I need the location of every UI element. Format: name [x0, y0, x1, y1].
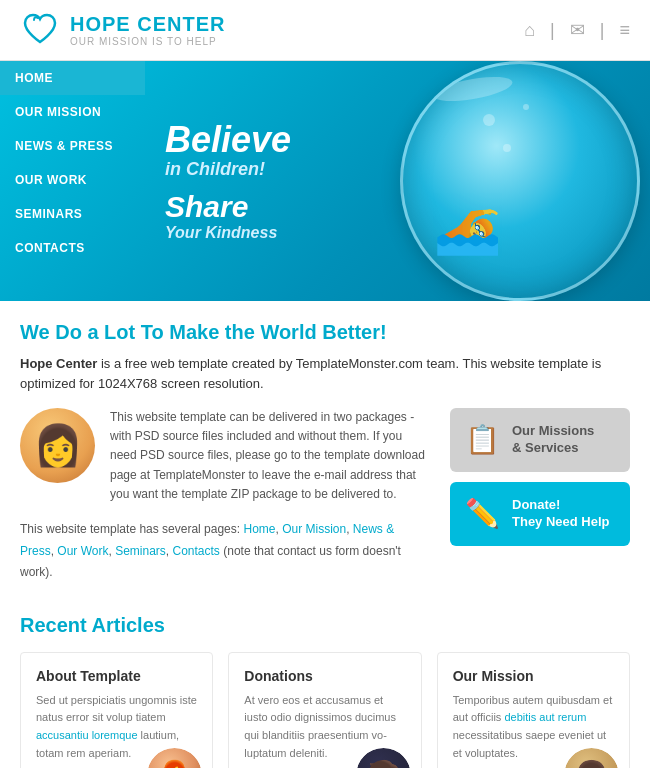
- menu-icon[interactable]: ≡: [619, 20, 630, 41]
- logo-icon: [20, 10, 60, 50]
- donate-icon: ✏️: [465, 497, 500, 530]
- nav-link-work[interactable]: OUR WORK: [0, 163, 145, 197]
- links-text: This website template has several pages:…: [20, 519, 430, 584]
- fishbowl-image: 🏊: [400, 61, 640, 301]
- intro-bold: Hope Center: [20, 356, 97, 371]
- site-tagline: OUR MISSION IS TO HELP: [70, 36, 225, 47]
- article-title-2: Donations: [244, 668, 405, 684]
- article-card-2: Donations At vero eos et accusamus et iu…: [228, 652, 421, 768]
- missions-label: Our Missions& Services: [512, 423, 594, 457]
- nav-link-home[interactable]: HOME: [0, 61, 145, 95]
- donate-label: Donate!They Need Help: [512, 497, 610, 531]
- link-contacts[interactable]: Contacts: [173, 544, 220, 558]
- hero-section: HOME OUR MISSION NEWS & PRESS OUR WORK S…: [0, 61, 650, 301]
- missions-icon: 📋: [465, 423, 500, 456]
- nav-item-work[interactable]: OUR WORK: [0, 163, 145, 197]
- article-card-1: About Template Sed ut perspiciatis ungom…: [20, 652, 213, 768]
- article-title-1: About Template: [36, 668, 197, 684]
- intro-text: is a free web template created by Templa…: [20, 356, 601, 391]
- article-link-1[interactable]: accusantiu loremque: [36, 729, 138, 741]
- article-link-3[interactable]: debitis aut rerum: [504, 711, 586, 723]
- mail-icon[interactable]: ✉: [570, 19, 585, 41]
- main-title: We Do a Lot To Make the World Better!: [20, 321, 630, 344]
- recent-articles-section: Recent Articles About Template Sed ut pe…: [0, 604, 650, 768]
- article-card-3: Our Mission Temporibus autem quibusdam e…: [437, 652, 630, 768]
- content-right: 📋 Our Missions& Services ✏️ Donate!They …: [450, 408, 630, 584]
- missions-services-button[interactable]: 📋 Our Missions& Services: [450, 408, 630, 472]
- divider1: |: [550, 20, 555, 41]
- nav-sidebar: HOME OUR MISSION NEWS & PRESS OUR WORK S…: [0, 61, 145, 301]
- swimmer-icon: 🏊: [433, 193, 502, 258]
- nav-link-news[interactable]: NEWS & PRESS: [0, 129, 145, 163]
- donate-button[interactable]: ✏️ Donate!They Need Help: [450, 482, 630, 546]
- site-title: HOPE CENTER: [70, 13, 225, 36]
- recent-articles-title: Recent Articles: [20, 614, 630, 637]
- articles-grid: About Template Sed ut perspiciatis ungom…: [20, 652, 630, 768]
- home-icon[interactable]: ⌂: [524, 20, 535, 41]
- logo-area: HOPE CENTER OUR MISSION IS TO HELP: [20, 10, 225, 50]
- nav-item-news[interactable]: NEWS & PRESS: [0, 129, 145, 163]
- nav-item-mission[interactable]: OUR MISSION: [0, 95, 145, 129]
- content-left: 👩 This website template can be delivered…: [20, 408, 430, 584]
- header-icons: ⌂ | ✉ | ≡: [524, 19, 630, 41]
- nav-item-home[interactable]: HOME: [0, 61, 145, 95]
- header: HOPE CENTER OUR MISSION IS TO HELP ⌂ | ✉…: [0, 0, 650, 61]
- main-content: We Do a Lot To Make the World Better! Ho…: [0, 301, 650, 604]
- avatar-text: This website template can be delivered i…: [110, 408, 430, 504]
- avatar-image: 👩: [20, 408, 95, 483]
- avatar-box: 👩 This website template can be delivered…: [20, 408, 430, 504]
- divider2: |: [600, 20, 605, 41]
- content-area: 👩 This website template can be delivered…: [20, 408, 630, 584]
- bubble2: [503, 144, 511, 152]
- nav-item-seminars[interactable]: SEMINARS: [0, 197, 145, 231]
- logo-text: HOPE CENTER OUR MISSION IS TO HELP: [70, 13, 225, 47]
- article-title-3: Our Mission: [453, 668, 614, 684]
- link-mission[interactable]: Our Mission: [282, 522, 346, 536]
- link-seminars[interactable]: Seminars: [115, 544, 166, 558]
- nav-link-mission[interactable]: OUR MISSION: [0, 95, 145, 129]
- bubble1: [483, 114, 495, 126]
- link-home[interactable]: Home: [243, 522, 275, 536]
- main-intro: Hope Center is a free web template creat…: [20, 354, 630, 393]
- nav-list: HOME OUR MISSION NEWS & PRESS OUR WORK S…: [0, 61, 145, 265]
- nav-item-contacts[interactable]: CONTACTS: [0, 231, 145, 265]
- bubble3: [523, 104, 529, 110]
- nav-link-seminars[interactable]: SEMINARS: [0, 197, 145, 231]
- nav-link-contacts[interactable]: CONTACTS: [0, 231, 145, 265]
- link-work[interactable]: Our Work: [57, 544, 108, 558]
